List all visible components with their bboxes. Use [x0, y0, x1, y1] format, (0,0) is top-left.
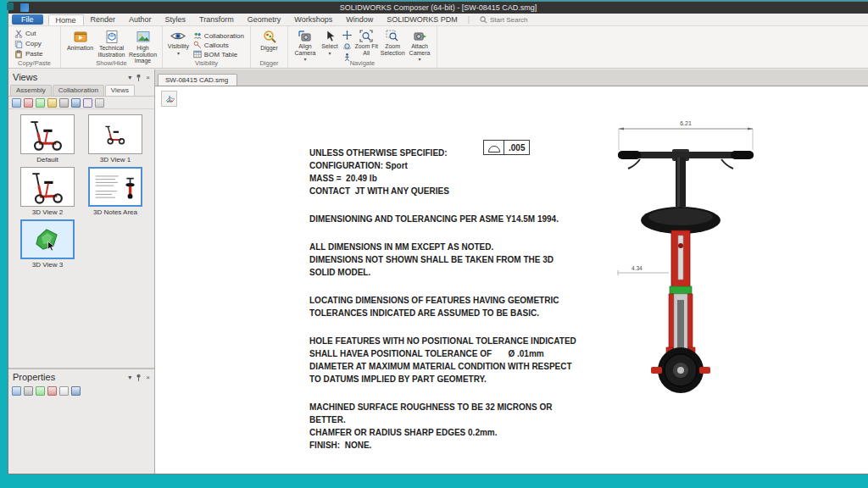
- collaboration-toggle[interactable]: Collaboration: [192, 31, 246, 40]
- view-thumbnail-3d-view-1[interactable]: 3D View 1: [83, 114, 147, 164]
- pin-icon[interactable]: [136, 74, 142, 81]
- paste-button[interactable]: Paste: [13, 49, 44, 58]
- tab-transform[interactable]: Transform: [192, 14, 241, 25]
- properties-panel: Properties ▾ ×: [8, 368, 154, 474]
- left-peg: [651, 367, 662, 374]
- scooter-3d-view[interactable]: 6.21: [587, 112, 774, 408]
- high-resolution-image-button[interactable]: High Resolution Image: [128, 28, 158, 58]
- property-table-icon[interactable]: [71, 386, 81, 396]
- add-property-icon[interactable]: [36, 386, 45, 396]
- views-panel: Views ▾ × Assembly Collaboration Views: [8, 69, 154, 274]
- attach-camera-icon: [413, 30, 427, 42]
- viewport[interactable]: UNLESS OTHERWISE SPECIFIED: CONFIGURATIO…: [155, 86, 868, 474]
- tab-author[interactable]: Author: [122, 14, 159, 25]
- views-toolbar: [8, 97, 154, 109]
- orbit-button[interactable]: [342, 42, 353, 51]
- visibility-button[interactable]: Visibility ▾: [167, 28, 190, 58]
- app-logo-icon: [20, 3, 29, 12]
- digger-button[interactable]: Digger: [255, 28, 283, 58]
- tab-workshops[interactable]: Workshops: [287, 14, 339, 25]
- green-clamp: [670, 286, 692, 294]
- start-search-input[interactable]: [490, 16, 549, 24]
- animation-button[interactable]: Animation: [65, 28, 95, 58]
- sort-properties-icon[interactable]: [12, 386, 21, 396]
- categorize-properties-icon[interactable]: [24, 386, 33, 396]
- search-icon: [480, 16, 487, 24]
- close-panel-icon[interactable]: ×: [146, 374, 150, 381]
- tab-window[interactable]: Window: [339, 14, 380, 25]
- view-thumbnail-3d-notes-area[interactable]: 3D Notes Area: [83, 167, 147, 216]
- ribbon-group-navigate: Align Camera ▾ Select ▾: [288, 26, 437, 68]
- update-view-icon[interactable]: [24, 98, 33, 108]
- document-tab[interactable]: SW-08415 CAD.smg: [158, 74, 237, 86]
- tab-geometry[interactable]: Geometry: [241, 14, 288, 25]
- left-grip: [618, 151, 641, 159]
- camera-view-icon[interactable]: [36, 98, 45, 108]
- tab-views[interactable]: Views: [105, 85, 135, 96]
- edit-property-icon[interactable]: [59, 386, 69, 396]
- left-dock: Views ▾ × Assembly Collaboration Views: [8, 69, 155, 474]
- tab-styles[interactable]: Styles: [159, 14, 193, 25]
- callouts-toggle[interactable]: Callouts: [192, 41, 246, 49]
- copy-button[interactable]: Copy: [13, 39, 44, 48]
- pan-button[interactable]: [342, 30, 353, 40]
- import-views-icon[interactable]: [83, 98, 92, 108]
- window-title: SOLIDWORKS Composer (64-bit) - [SW-08415…: [340, 3, 537, 12]
- seat-top: [648, 208, 713, 225]
- close-panel-icon[interactable]: ×: [146, 74, 150, 81]
- bom-table-icon: [193, 50, 202, 58]
- create-view-icon[interactable]: [12, 98, 21, 108]
- scooter-thumb-icon: [92, 117, 139, 152]
- scooter-thumb-icon: [24, 169, 71, 205]
- zoom-fit-all-button[interactable]: Zoom Fit All: [354, 28, 378, 58]
- top-dimension: 6.21: [619, 120, 753, 150]
- thumbnail-options-icon[interactable]: [95, 98, 104, 108]
- views-panel-header: Views ▾ ×: [8, 69, 154, 85]
- suspension-spring: [678, 236, 683, 280]
- select-button[interactable]: Select ▾: [320, 28, 340, 58]
- panel-menu-caret-icon[interactable]: ▾: [128, 374, 131, 381]
- document-area: SW-08415 CAD.smg UNLESS OTHERWISE SPECIF…: [155, 69, 868, 474]
- custom-view-icon[interactable]: [47, 98, 57, 108]
- delete-view-icon[interactable]: [59, 98, 69, 108]
- thumbnail-label: 3D View 1: [100, 156, 131, 164]
- cut-icon: [14, 30, 23, 38]
- view-thumbnail-3d-view-3[interactable]: 3D View 3: [15, 219, 80, 269]
- search-box[interactable]: [480, 16, 549, 24]
- high-resolution-image-icon: [136, 30, 151, 44]
- note-paragraph: ALL DIMENSIONS IN MM EXCEPT AS NOTED. DI…: [309, 241, 606, 279]
- visibility-eye-icon: [170, 30, 186, 42]
- tab-home[interactable]: Home: [48, 14, 84, 25]
- file-menu-button[interactable]: File: [12, 14, 43, 25]
- feature-control-frame: .005: [483, 140, 530, 155]
- cut-button[interactable]: Cut: [13, 29, 44, 38]
- align-camera-button[interactable]: Align Camera ▾: [292, 28, 318, 58]
- view-thumbnail-default[interactable]: Default: [15, 114, 80, 164]
- panel-menu-caret-icon[interactable]: ▾: [128, 74, 131, 81]
- thumbnail-image: [20, 219, 75, 259]
- dropdown-caret-icon: ▾: [177, 51, 180, 58]
- attach-camera-button[interactable]: Attach Camera ▾: [407, 28, 432, 58]
- menu-separator: |: [468, 15, 470, 24]
- pin-icon[interactable]: [136, 374, 142, 381]
- ground-home-icon[interactable]: [161, 91, 177, 107]
- note-paragraph: UNLESS OTHERWISE SPECIFIED: CONFIGURATIO…: [309, 147, 606, 197]
- desktop-background: { "icons": { "caret": "▾", "close": "×",…: [0, 0, 868, 488]
- zoom-selection-button[interactable]: Zoom Selection: [380, 28, 405, 58]
- tab-render[interactable]: Render: [84, 14, 123, 25]
- view-thumbnail-3d-view-2[interactable]: 3D View 2: [15, 167, 80, 216]
- stem-highlight: [677, 158, 680, 207]
- ribbon-group-visibility: Visibility ▾ Collaboration Callouts BOM …: [163, 26, 251, 68]
- menu-bar: File Home Render Author Styles Transform…: [8, 14, 868, 26]
- tab-collaboration[interactable]: Collaboration: [53, 85, 104, 96]
- play-views-icon[interactable]: [71, 98, 81, 108]
- tab-assembly[interactable]: Assembly: [10, 85, 52, 96]
- bom-table-toggle[interactable]: BOM Table: [192, 50, 246, 58]
- tab-solidworks-pdm[interactable]: SOLIDWORKS PDM: [380, 14, 465, 25]
- technical-illustration-button[interactable]: Technical Illustration: [97, 28, 126, 58]
- ground-plane-icon: [164, 93, 175, 104]
- thumbnail-label: Default: [36, 156, 58, 164]
- remove-property-icon[interactable]: [47, 386, 57, 396]
- thumbnail-image: [88, 114, 142, 154]
- note-paragraph: MACHINED SURFACE ROUGHNESS TO BE 32 MICR…: [309, 401, 606, 452]
